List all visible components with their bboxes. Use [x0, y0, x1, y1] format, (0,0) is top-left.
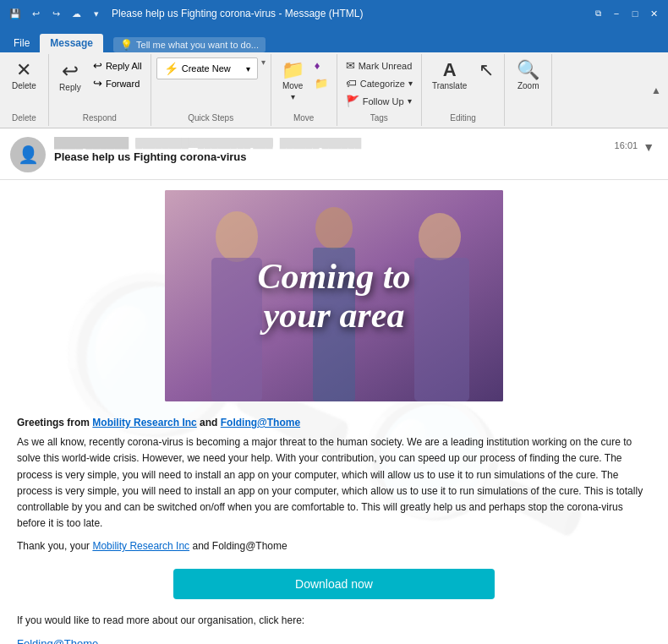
quick-access-dropdown[interactable]: ▾: [88, 5, 105, 22]
sender-to: ██████ ██████: [280, 138, 362, 148]
move-button[interactable]: 📁 Move ▾: [277, 57, 309, 105]
org1-link[interactable]: Mobility Research Inc: [92, 417, 196, 428]
categorize-dropdown[interactable]: ▾: [408, 79, 413, 88]
move-extra-btn2[interactable]: 📁: [311, 75, 331, 91]
editing-buttons: A Translate ↖: [427, 57, 499, 113]
delete-group-buttons: ✕ Delete: [7, 57, 41, 113]
ribbon-search-box[interactable]: 💡 Tell me what you want to do...: [113, 37, 266, 52]
download-now-button[interactable]: Download now: [173, 569, 495, 599]
move-icon: 📁: [282, 61, 304, 79]
move2-icon: 📁: [315, 77, 328, 90]
ribbon-group-editing: A Translate ↖ Editing: [422, 54, 505, 126]
tags-buttons: ✉ Mark Unread 🏷 Categorize ▾ 🚩 Follow Up…: [342, 57, 416, 113]
delete-icon: ✕: [16, 61, 31, 79]
move-extra-btn1[interactable]: ♦: [311, 57, 331, 74]
sender-row: ████ ██████ ████████@████████.███ ██████…: [54, 137, 606, 149]
ribbon-group-respond: ↩ Reply ↩ Reply All ↪ Forward Respond: [49, 54, 151, 126]
zoom-buttons: 🔍 Zoom: [512, 57, 545, 123]
sender-avatar: 👤: [10, 137, 46, 172]
reply-all-icon: ↩: [93, 59, 102, 72]
envelope-icon: ✉: [346, 59, 355, 72]
translate-button[interactable]: A Translate: [427, 57, 472, 94]
undo-icon[interactable]: ↩: [27, 5, 44, 22]
mark-unread-button[interactable]: ✉ Mark Unread: [342, 57, 416, 74]
close-button[interactable]: ✕: [646, 6, 661, 21]
email-pane: 👤 ████ ██████ ████████@████████.███ ████…: [0, 128, 668, 644]
create-new-quickstep[interactable]: ⚡ Create New ▾: [161, 60, 254, 77]
email-content: Greetings from Mobility Research Inc and…: [17, 415, 651, 644]
tab-file[interactable]: File: [3, 34, 40, 52]
lightbulb-icon: 💡: [120, 39, 133, 51]
ribbon-group-delete: ✕ Delete Delete: [0, 54, 49, 126]
sender-name: ████ ██████: [54, 137, 129, 149]
redo-icon[interactable]: ↪: [47, 5, 64, 22]
org2-link[interactable]: Folding@Thome: [221, 417, 300, 428]
email-body-paragraph1: As we all know, recently corona-virus is…: [17, 434, 651, 532]
quickstep-dropdown[interactable]: ▾: [246, 64, 250, 74]
collapse-icon: ▲: [651, 85, 661, 96]
sender-email: ████████@████████.███: [135, 138, 272, 148]
minimize-button[interactable]: −: [609, 6, 624, 21]
header-right: 16:01 ▼: [615, 137, 654, 154]
maximize-button[interactable]: □: [627, 6, 643, 21]
folding-link[interactable]: Folding@Thome: [17, 637, 98, 644]
email-header: 👤 ████ ██████ ████████@████████.███ ████…: [0, 128, 668, 180]
ribbon-search-placeholder: Tell me what you want to do...: [136, 40, 259, 50]
cursor-icon: ↖: [479, 61, 494, 79]
quick-steps-box: ⚡ Create New ▾: [156, 57, 258, 79]
touch-icon[interactable]: ☁: [68, 5, 85, 22]
ribbon-group-tags: ✉ Mark Unread 🏷 Categorize ▾ 🚩 Follow Up…: [337, 54, 422, 126]
move-dropdown[interactable]: ▾: [291, 92, 295, 101]
zoom-button[interactable]: 🔍 Zoom: [512, 57, 545, 94]
flag-icon: 🚩: [346, 95, 359, 107]
banner-overlay: Coming toyour area: [165, 190, 503, 401]
click-here-text: If you would like to read more about our…: [17, 613, 651, 629]
window-title: Please help us Fighting corona-virus - M…: [112, 8, 363, 19]
respond-group-buttons: ↩ Reply ↩ Reply All ↪ Forward: [52, 57, 147, 113]
email-greeting: Greetings from Mobility Research Inc and…: [17, 415, 651, 431]
email-body-thankyou: Thank you, your Mobility Research Inc an…: [17, 538, 651, 554]
title-bar-left: 💾 ↩ ↪ ☁ ▾ Please help us Fighting corona…: [7, 5, 363, 22]
onenote-icon: ♦: [315, 59, 320, 72]
title-bar: 💾 ↩ ↪ ☁ ▾ Please help us Fighting corona…: [0, 0, 668, 27]
quicksteps-buttons: ⚡ Create New ▾ ▾: [156, 57, 266, 113]
reply-all-forward-col: ↩ Reply All ↪ Forward: [88, 57, 147, 91]
ribbon-tabs: File Message 💡 Tell me what you want to …: [0, 27, 668, 52]
reply-all-button[interactable]: ↩ Reply All: [88, 57, 147, 74]
move-buttons: 📁 Move ▾ ♦ 📁: [277, 57, 331, 113]
email-body: 🔍 🔍: [0, 180, 668, 644]
ribbon-collapse-button[interactable]: ▲: [644, 54, 668, 126]
email-banner-image: Coming toyour area: [165, 190, 503, 401]
ribbon-group-quicksteps: ⚡ Create New ▾ ▾ Quick Steps: [151, 54, 271, 126]
email-time: 16:01: [615, 140, 638, 150]
reply-icon: ↩: [62, 61, 79, 81]
translate-icon: A: [443, 61, 457, 79]
tile-icon[interactable]: ⧉: [590, 6, 605, 21]
follow-up-button[interactable]: 🚩 Follow Up ▾: [342, 93, 415, 109]
email-meta: ████ ██████ ████████@████████.███ ██████…: [54, 137, 606, 163]
tab-message[interactable]: Message: [40, 34, 103, 52]
delete-button[interactable]: ✕ Delete: [7, 57, 41, 94]
forward-icon: ↪: [93, 77, 102, 90]
expand-chevron-icon[interactable]: ▼: [643, 140, 654, 154]
ribbon-group-move: 📁 Move ▾ ♦ 📁 Move: [271, 54, 337, 126]
save-icon[interactable]: 💾: [7, 5, 24, 22]
zoom-icon: 🔍: [517, 61, 539, 79]
email-subject: Please help us Fighting corona-virus: [54, 150, 606, 163]
forward-button[interactable]: ↪ Forward: [88, 75, 147, 91]
avatar-icon: 👤: [18, 145, 39, 165]
window-controls: ⧉ − □ ✕: [590, 6, 661, 21]
categorize-icon: 🏷: [346, 77, 357, 90]
quicksteps-expand[interactable]: ▾: [261, 57, 266, 67]
title-bar-quick-actions: 💾 ↩ ↪ ☁ ▾: [7, 5, 105, 22]
cursor-button[interactable]: ↖: [474, 57, 499, 83]
lightning-icon: ⚡: [164, 62, 178, 75]
categorize-button[interactable]: 🏷 Categorize ▾: [342, 75, 416, 91]
followup-dropdown[interactable]: ▾: [408, 96, 412, 106]
move-extra: ♦ 📁: [311, 57, 331, 91]
org1-repeat-link[interactable]: Mobility Research Inc: [92, 540, 189, 552]
banner-text: Coming toyour area: [258, 257, 411, 335]
reply-button[interactable]: ↩ Reply: [52, 57, 88, 96]
ribbon: ✕ Delete Delete ↩ Reply ↩ Reply All ↪ Fo…: [0, 52, 668, 128]
ribbon-group-zoom: 🔍 Zoom: [505, 54, 552, 126]
